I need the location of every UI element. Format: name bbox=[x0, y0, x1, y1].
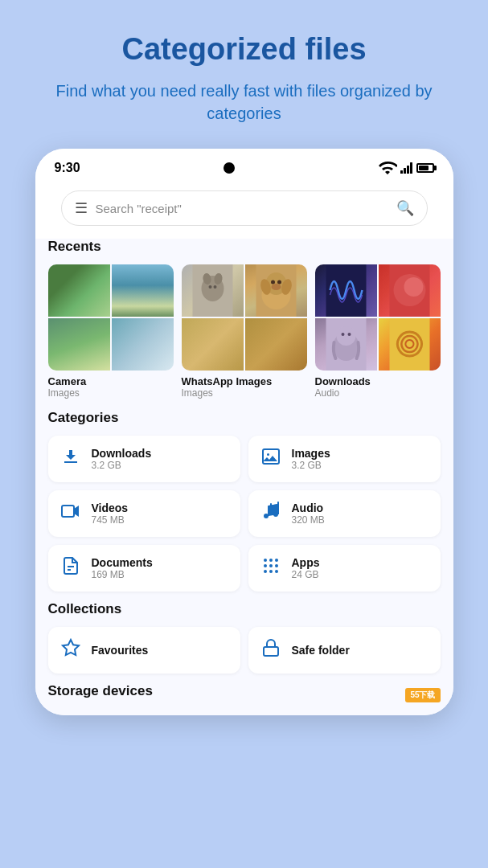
recent-item-downloads[interactable]: Downloads Audio bbox=[315, 264, 441, 399]
category-videos-size: 745 MB bbox=[92, 514, 129, 526]
apps-icon bbox=[260, 556, 282, 580]
watermark: 55下载 bbox=[405, 688, 440, 702]
svg-point-24 bbox=[336, 326, 355, 346]
svg-point-39 bbox=[269, 564, 273, 567]
svg-point-29 bbox=[267, 453, 269, 456]
search-bar[interactable]: ☰ Search "receipt" 🔍 bbox=[61, 190, 428, 226]
search-placeholder: Search "receipt" bbox=[96, 202, 388, 215]
collection-safe-folder[interactable]: Safe folder bbox=[248, 627, 441, 674]
category-apps-size: 24 GB bbox=[292, 569, 320, 580]
svg-point-9 bbox=[213, 285, 216, 289]
abstract-svg bbox=[379, 264, 441, 317]
audio-wave-svg bbox=[315, 264, 377, 317]
sloth-svg bbox=[315, 318, 377, 371]
dog-svg bbox=[245, 264, 307, 317]
category-downloads[interactable]: Downloads 3.2 GB bbox=[48, 436, 240, 482]
svg-point-16 bbox=[277, 280, 281, 285]
svg-point-40 bbox=[275, 564, 278, 567]
document-icon bbox=[59, 556, 82, 580]
collections-title: Collections bbox=[48, 601, 441, 617]
category-documents[interactable]: Documents 169 MB bbox=[48, 545, 240, 592]
collection-safe-folder-name: Safe folder bbox=[292, 644, 350, 657]
categories-grid: Downloads 3.2 GB Images bbox=[48, 436, 441, 592]
spiral-svg bbox=[379, 318, 441, 371]
camera-img-4 bbox=[112, 318, 174, 371]
svg-rect-2 bbox=[407, 166, 409, 174]
category-apps-name: Apps bbox=[292, 556, 320, 569]
svg-point-32 bbox=[273, 512, 278, 517]
hero-subtitle: Find what you need really fast with file… bbox=[16, 80, 472, 125]
svg-point-37 bbox=[275, 559, 278, 562]
svg-rect-30 bbox=[62, 506, 74, 517]
hero-title: Categorized files bbox=[121, 32, 366, 67]
svg-point-25 bbox=[341, 333, 344, 336]
status-time: 9:30 bbox=[55, 161, 80, 175]
hamburger-icon[interactable]: ☰ bbox=[75, 199, 88, 217]
svg-point-38 bbox=[264, 564, 267, 567]
recents-grid: Camera Images bbox=[48, 264, 441, 399]
search-icon[interactable]: 🔍 bbox=[396, 199, 414, 217]
lock-icon bbox=[260, 638, 282, 662]
svg-rect-1 bbox=[404, 168, 406, 174]
svg-rect-45 bbox=[264, 647, 278, 656]
category-downloads-size: 3.2 GB bbox=[92, 460, 152, 471]
svg-point-15 bbox=[271, 280, 275, 285]
svg-point-31 bbox=[264, 514, 269, 518]
categories-title: Categories bbox=[48, 410, 441, 426]
category-downloads-name: Downloads bbox=[92, 447, 152, 460]
camera-type: Images bbox=[48, 387, 174, 399]
wa-img-2 bbox=[245, 264, 307, 317]
svg-point-35 bbox=[264, 559, 267, 562]
downloads-type: Audio bbox=[315, 387, 441, 399]
svg-marker-44 bbox=[63, 640, 79, 655]
signal-icon bbox=[400, 162, 413, 174]
star-icon bbox=[59, 638, 82, 662]
dl-img-3 bbox=[315, 318, 377, 371]
category-videos-name: Videos bbox=[92, 502, 129, 514]
download-icon bbox=[59, 447, 82, 471]
wifi-icon bbox=[378, 158, 397, 178]
svg-point-43 bbox=[275, 570, 278, 573]
category-documents-name: Documents bbox=[92, 556, 153, 569]
phone-frame: 9:30 bbox=[35, 149, 453, 715]
whatsapp-type: Images bbox=[182, 387, 307, 399]
status-icons bbox=[378, 158, 434, 178]
recent-item-camera[interactable]: Camera Images bbox=[48, 264, 174, 399]
category-audio[interactable]: Audio 320 MB bbox=[248, 490, 441, 537]
dl-img-4 bbox=[379, 318, 441, 371]
category-images[interactable]: Images 3.2 GB bbox=[248, 436, 441, 482]
svg-rect-3 bbox=[410, 162, 412, 174]
battery-icon bbox=[416, 163, 434, 173]
svg-point-36 bbox=[269, 559, 273, 562]
image-icon bbox=[260, 447, 282, 471]
recent-item-whatsapp[interactable]: WhatsApp Images Images bbox=[182, 264, 307, 399]
storage-title: Storage devices bbox=[48, 683, 441, 699]
camera-img-1 bbox=[48, 264, 110, 317]
svg-point-42 bbox=[269, 570, 273, 573]
category-audio-size: 320 MB bbox=[292, 514, 325, 526]
camera-img-3 bbox=[48, 318, 110, 371]
wa-img-3 bbox=[182, 318, 244, 371]
downloads-label: Downloads bbox=[315, 375, 441, 387]
category-documents-size: 169 MB bbox=[92, 569, 153, 580]
category-videos[interactable]: Videos 745 MB bbox=[48, 490, 240, 537]
collection-favourites[interactable]: Favourites bbox=[48, 627, 240, 674]
svg-rect-27 bbox=[389, 318, 429, 371]
recents-title: Recents bbox=[48, 239, 441, 255]
category-images-size: 3.2 GB bbox=[292, 460, 330, 471]
svg-rect-0 bbox=[400, 170, 403, 174]
main-content: Recents Camera Images bbox=[35, 239, 453, 715]
svg-point-41 bbox=[264, 570, 267, 573]
wa-img-4 bbox=[245, 318, 307, 371]
category-apps[interactable]: Apps 24 GB bbox=[248, 545, 441, 592]
cat-svg bbox=[182, 264, 244, 317]
camera-dot bbox=[223, 162, 235, 174]
svg-point-26 bbox=[347, 333, 351, 336]
category-audio-name: Audio bbox=[292, 502, 325, 514]
collection-favourites-name: Favourites bbox=[92, 644, 149, 657]
category-images-name: Images bbox=[292, 447, 330, 460]
music-icon bbox=[260, 502, 282, 526]
video-icon bbox=[59, 502, 82, 526]
dl-img-2 bbox=[379, 264, 441, 317]
storage-section: Storage devices bbox=[48, 683, 441, 699]
